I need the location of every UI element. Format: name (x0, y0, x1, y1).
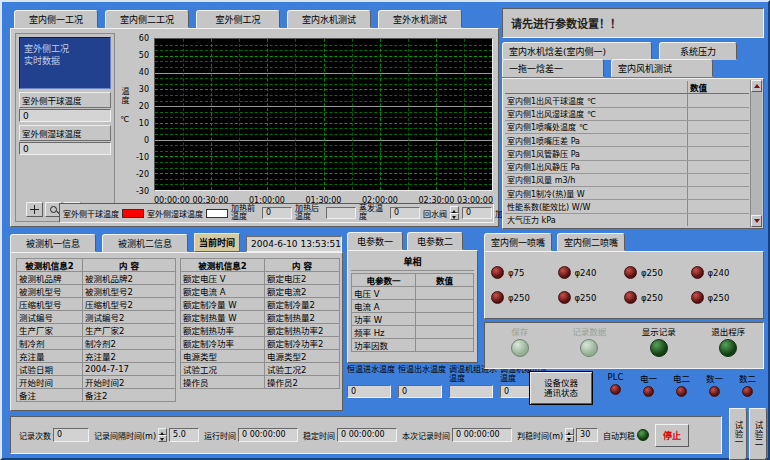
tab-system-pressure[interactable]: 系统压力 (659, 42, 737, 60)
nozzle-toggle[interactable]: φ240 (691, 266, 758, 279)
tab-experiment1[interactable]: 试验一 (729, 408, 747, 460)
info-box-subtitle: 实时数据 (24, 55, 106, 67)
tab-outdoor-condition[interactable]: 室外侧工况 (196, 10, 280, 28)
tab-indoor-side2-condition[interactable]: 室内侧二工况 (105, 10, 189, 28)
current-time-label: 当前时间 (194, 233, 240, 252)
realtime-info-box: 室外侧工况 实时数据 (19, 37, 111, 89)
postheat-temp-label: 加热后温度 (295, 205, 323, 221)
record-interval-label: 记录间隔时间(m) (94, 430, 156, 441)
phase-header: 单相 (351, 254, 474, 271)
table-row: 额定电流 A额定电流2 (181, 285, 340, 298)
stop-button[interactable]: 停止 (655, 424, 689, 447)
tab-outdoor-water-unit-test[interactable]: 室外水机测试 (378, 10, 462, 28)
comm-led-power1: 电一 (632, 372, 665, 407)
tab-experiment2[interactable]: 试验二 (749, 408, 767, 460)
table-row: 电压 V (352, 287, 474, 300)
tab-indoor-side1-nozzle[interactable]: 室内侧一喷嘴 (484, 233, 552, 251)
crosshair-icon[interactable] (26, 202, 43, 217)
comm-led-plc: PLC (599, 372, 632, 407)
nozzle-toggle[interactable]: φ75 (491, 266, 558, 279)
stable-time-value: 0 00:00:00 (337, 428, 397, 442)
enthalpy-results-panel: 请先进行参数设置！！ 室内水机焓差(室内侧一) 系统压力 一拖一焓差一 室内风机… (502, 8, 764, 229)
exit-program-button[interactable]: 退出程序 (694, 325, 764, 368)
tab-unit2-info[interactable]: 被测机二信息 (102, 234, 188, 252)
bottom-status-bar: 记录次数 0 记录间隔时间(m) 5.0 运行时间 0 00:00:00 稳定时… (10, 416, 722, 454)
return-valve-value[interactable]: 0 (462, 207, 492, 219)
outdoor-wetbulb-value: 0 (19, 142, 111, 155)
tab-indoor-water-unit-test[interactable]: 室内水机测试 (287, 10, 371, 28)
return-valve-label: 回水阀 (423, 208, 447, 219)
plot-area (154, 38, 493, 191)
application-window: 室内侧一工况 室内侧二工况 室外侧工况 室内水机测试 室外水机测试 室外侧工况 … (0, 0, 770, 460)
auto-judge-led-icon[interactable] (637, 429, 649, 441)
tab-indoor-water-enthalpy[interactable]: 室内水机焓差(室内侧一) (502, 42, 652, 60)
runtime-label: 运行时间 (204, 430, 236, 441)
table-row: 性能系数(能效比) W/W (505, 200, 749, 213)
tab-electric-params2[interactable]: 电参数二 (407, 232, 463, 250)
nozzle-led-icon (624, 266, 637, 279)
table-row: 大气压力 kPa (505, 214, 749, 226)
comm-led-row: PLC 电一 电二 数一 数二 (599, 371, 764, 407)
power2-led-icon (676, 386, 687, 397)
table-row: 操作员操作员2 (181, 376, 340, 389)
electric-tab-row: 电参数一 电参数二 (347, 233, 478, 250)
water-temp-readouts: 恒温进水温度 0 恒温出水温度 0 调温机组进水温度 调温机组出水温度 0 (347, 365, 549, 411)
table-row: 试验工况试验工况2 (181, 363, 340, 376)
power1-led-icon (643, 386, 654, 397)
unit-info-body: 被测机信息2内 容 被测机品牌被测机品牌2 被测机型号被测机型号2 压缩机型号压… (10, 252, 343, 411)
table-row: 备注备注2 (17, 389, 176, 402)
preheat-temp-value: 0 (262, 207, 292, 219)
nozzle-toggle[interactable]: φ250 (691, 291, 758, 304)
outdoor-wetbulb-label: 室外侧湿球温度 (19, 125, 111, 141)
nozzle-panel: 室内侧一喷嘴 室内侧二喷嘴 φ75 φ240 φ250 φ240 φ250 φ2… (484, 235, 764, 319)
auto-judge-label: 自动判稳 (603, 430, 635, 441)
electric-params-panel: 电参数一 电参数二 单相 电参数一数值 电压 V 电流 A 功率 W 频率 Hz… (347, 233, 478, 363)
judge-time-spinner[interactable] (565, 428, 574, 442)
show-records-button[interactable]: 显示记录 (624, 325, 694, 368)
unit-info-header: 被测机一信息 被测机二信息 当前时间 2004-6-10 13:53:51 (10, 233, 343, 252)
scroll-up-icon[interactable] (751, 80, 762, 92)
legend-series1-label: 室外侧干球温度 (63, 208, 119, 219)
device-comm-status-button[interactable]: 设备仪器 通讯状态 (529, 371, 593, 405)
table-row: 功率 W (352, 313, 474, 326)
nozzle-toggle[interactable]: φ250 (624, 266, 691, 279)
unit-info-table-right: 被测机信息2内 容 额定电压 V额定电压2 额定电流 A额定电流2 额定制冷量 … (180, 258, 340, 389)
legend-series2-swatch (206, 209, 228, 218)
tab-unit1-info[interactable]: 被测机一信息 (10, 234, 96, 252)
record-interval-spinner[interactable] (158, 428, 167, 442)
enthalpy-table: 数值 室内侧1出风干球温度 ℃ 室内侧1出风湿球温度 ℃ 室内侧1喷嘴处温度 ℃… (502, 78, 764, 229)
enthalpy-tab-row1: 室内水机焓差(室内侧一) 系统压力 (502, 43, 764, 60)
judge-time-value[interactable]: 30 (576, 428, 598, 442)
record-data-button[interactable]: 记录数据 (555, 325, 625, 368)
table-row: 充注量充注量2 (17, 350, 176, 363)
setup-notice: 请先进行参数设置！！ (502, 8, 764, 38)
postheat-temp-value (326, 207, 356, 219)
save-button[interactable]: 保存 (485, 325, 555, 368)
tab-one-to-one-enthalpy[interactable]: 一拖一焓差一 (502, 59, 604, 77)
tab-electric-params1[interactable]: 电参数一 (347, 232, 403, 250)
exit-program-led-icon (719, 339, 737, 357)
data2-led-icon (742, 386, 753, 397)
comm-led-data1: 数一 (698, 372, 731, 407)
table-scrollbar[interactable] (750, 80, 762, 227)
nozzle-led-icon (558, 291, 571, 304)
nozzle-toggle[interactable]: φ240 (558, 266, 625, 279)
return-valve-spinner[interactable] (450, 206, 459, 220)
table-row: 功率因数 (352, 339, 474, 352)
tab-indoor-side1-condition[interactable]: 室内侧一工况 (14, 10, 98, 28)
tab-indoor-fan-test[interactable]: 室内风机测试 (611, 59, 713, 77)
tab-indoor-side2-nozzle[interactable]: 室内侧二喷嘴 (557, 233, 625, 251)
table-row: 室内侧1出风湿球温度 ℃ (505, 108, 749, 121)
nozzle-toggle[interactable]: φ250 (558, 291, 625, 304)
nozzle-toggle[interactable]: φ250 (624, 291, 691, 304)
table-row: 室内侧1出风干球温度 ℃ (505, 94, 749, 107)
unit-info-table-left: 被测机信息2内 容 被测机品牌被测机品牌2 被测机型号被测机型号2 压缩机型号压… (16, 258, 176, 402)
enthalpy-table-header: 数值 (505, 81, 749, 94)
nozzle-toggle[interactable]: φ250 (491, 291, 558, 304)
record-interval-value[interactable]: 5.0 (169, 428, 199, 442)
table-row: 室内侧1出风静压 Pa (505, 161, 749, 174)
scroll-down-icon[interactable] (751, 215, 762, 227)
evap-temp-label: 蒸发温度 (359, 205, 387, 221)
table-row: 额定制冷功率额定制冷功率2 (181, 337, 340, 350)
table-row: 室内侧1风管静压 Pa (505, 147, 749, 160)
